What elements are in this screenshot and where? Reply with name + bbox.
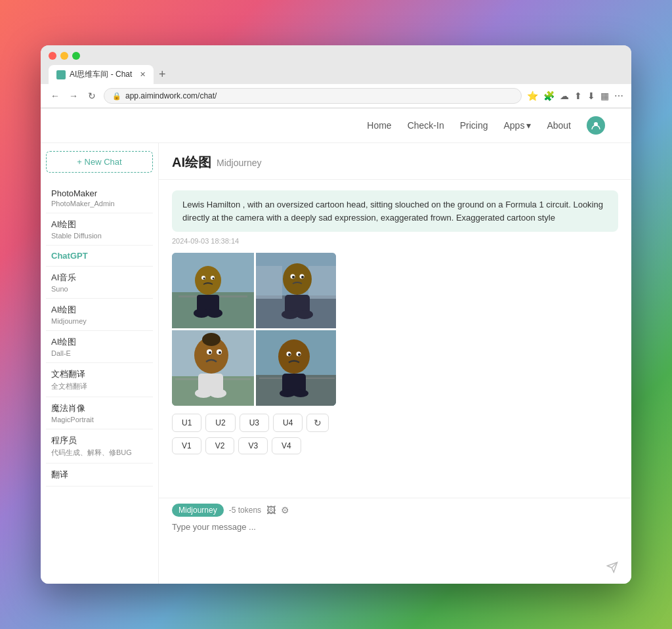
sidebar-item-title: AI绘图 — [51, 336, 148, 348]
sidebar-item-subtitle: Midjourney — [51, 317, 148, 325]
main-layout: + New Chat PhotoMaker PhotoMaker_Admin A… — [41, 143, 631, 584]
url-field[interactable]: 🔒 app.aimindwork.com/chat/ — [104, 88, 522, 104]
minimize-button[interactable] — [60, 52, 68, 60]
chat-area: AI绘图 Midjourney Lewis Hamilton , with an… — [159, 143, 631, 584]
sidebar-item-magic-portrait[interactable]: 魔法肖像 MagicPortrait — [46, 397, 153, 429]
menu-icon[interactable]: ⋯ — [614, 91, 623, 101]
sidebar-item-ai-painting-sd[interactable]: AI绘图 Stable Diffusion — [46, 213, 153, 246]
sidebar-item-translate[interactable]: 翻译 — [46, 464, 153, 487]
new-chat-button[interactable]: + New Chat — [46, 151, 153, 173]
message-input[interactable] — [172, 521, 618, 573]
browser-content: Home Check-In Pricing Apps ▾ About + New… — [41, 108, 631, 584]
sidebar-item-title: AI绘图 — [51, 219, 148, 230]
close-button[interactable] — [49, 52, 56, 60]
grid-icon[interactable]: ▦ — [600, 91, 609, 101]
browser-chrome: AI思维车间 - Chat ✕ + — [41, 45, 631, 84]
sidebar-item-title: ChatGPT — [51, 251, 148, 261]
sidebar-item-title: PhotoMaker — [51, 188, 148, 198]
sidebar-item-title: 程序员 — [51, 435, 148, 446]
v1-button[interactable]: V1 — [172, 437, 201, 454]
u2-button[interactable]: U2 — [205, 414, 235, 432]
generated-image-4[interactable] — [256, 330, 336, 406]
sidebar-item-title: 文档翻译 — [51, 368, 148, 380]
image-upload-icon[interactable]: 🖼 — [266, 505, 276, 515]
message-input-wrapper — [172, 521, 618, 576]
generated-image-grid — [172, 253, 336, 406]
active-tab[interactable]: AI思维车间 - Chat ✕ — [49, 65, 154, 84]
tab-bar: AI思维车间 - Chat ✕ + — [49, 65, 623, 84]
back-button[interactable]: ← — [49, 91, 62, 101]
token-count: -5 tokens — [229, 506, 261, 515]
sidebar-item-photomaker[interactable]: PhotoMaker PhotoMaker_Admin — [46, 183, 153, 213]
message-timestamp: 2024-09-03 18:38:14 — [172, 237, 618, 245]
u4-button[interactable]: U4 — [273, 414, 303, 432]
user-avatar[interactable] — [587, 116, 605, 135]
svg-point-20 — [301, 276, 304, 278]
svg-point-35 — [209, 389, 226, 398]
nav-about[interactable]: About — [547, 120, 571, 131]
forward-button[interactable]: → — [67, 91, 80, 101]
sidebar: + New Chat PhotoMaker PhotoMaker_Admin A… — [41, 143, 159, 584]
chat-input-area: Midjourney -5 tokens 🖼 ⚙ — [159, 498, 631, 584]
svg-point-43 — [298, 353, 301, 356]
refresh-button[interactable]: ↻ — [306, 414, 329, 432]
svg-rect-15 — [308, 266, 336, 299]
nav-checkin[interactable]: Check-In — [408, 120, 444, 131]
tab-close-icon[interactable]: ✕ — [140, 70, 146, 79]
sidebar-item-ai-music[interactable]: AI音乐 Suno — [46, 267, 153, 299]
sidebar-item-title: AI音乐 — [51, 272, 148, 284]
chat-title: AI绘图 Midjourney — [172, 154, 618, 171]
chat-header: AI绘图 Midjourney — [159, 143, 631, 180]
sidebar-item-subtitle: 代码生成、解释、修BUG — [51, 448, 148, 458]
refresh-button[interactable]: ↻ — [85, 91, 98, 101]
maximize-button[interactable] — [72, 52, 80, 60]
share-icon[interactable]: ⬆ — [574, 91, 582, 101]
svg-point-16 — [283, 263, 312, 295]
lock-icon: 🔒 — [112, 92, 121, 100]
sidebar-item-doc-translate[interactable]: 文档翻译 全文档翻译 — [46, 363, 153, 397]
v4-button[interactable]: V4 — [272, 437, 301, 454]
svg-point-46 — [293, 389, 308, 397]
tab-title: AI思维车间 - Chat — [70, 69, 132, 80]
tool-badge[interactable]: Midjourney — [172, 504, 224, 517]
sidebar-item-subtitle: Dall-E — [51, 349, 148, 357]
svg-point-42 — [288, 353, 291, 356]
generated-image-3[interactable] — [172, 330, 254, 406]
extension-icon[interactable]: 🧩 — [543, 91, 555, 101]
sidebar-item-ai-painting-mj[interactable]: AI绘图 Midjourney — [46, 299, 153, 331]
new-tab-button[interactable]: + — [156, 68, 169, 81]
generated-image-1[interactable] — [172, 253, 254, 328]
bookmark-icon[interactable]: ⭐ — [527, 91, 538, 101]
cloud-icon[interactable]: ☁ — [560, 91, 569, 101]
sidebar-item-title: AI绘图 — [51, 304, 148, 316]
nav-apps[interactable]: Apps ▾ — [503, 120, 531, 131]
browser-toolbar: ⭐ 🧩 ☁ ⬆ ⬇ ▦ ⋯ — [527, 91, 623, 101]
svg-point-32 — [219, 351, 221, 354]
variation-buttons: V1 V2 V3 V4 — [172, 437, 618, 454]
svg-point-4 — [195, 266, 221, 295]
svg-point-11 — [207, 309, 222, 318]
v2-button[interactable]: V2 — [205, 437, 235, 454]
nav-pricing[interactable]: Pricing — [460, 120, 488, 131]
download-icon[interactable]: ⬇ — [587, 91, 595, 101]
nav-home[interactable]: Home — [367, 120, 391, 131]
v3-button[interactable]: V3 — [238, 437, 268, 454]
settings-icon[interactable]: ⚙ — [281, 505, 289, 515]
generated-image-2[interactable] — [256, 253, 336, 328]
user-message: Lewis Hamilton , with an oversized carto… — [172, 190, 618, 232]
sidebar-item-subtitle: MagicPortrait — [51, 416, 148, 423]
sidebar-item-chatgpt[interactable]: ChatGPT — [46, 246, 153, 267]
svg-point-8 — [213, 278, 215, 280]
chat-subtitle: Midjourney — [217, 158, 261, 168]
svg-point-23 — [296, 310, 313, 319]
svg-point-39 — [278, 339, 310, 374]
sidebar-item-subtitle: PhotoMaker_Admin — [51, 200, 148, 207]
u3-button[interactable]: U3 — [240, 414, 269, 432]
u1-button[interactable]: U1 — [172, 414, 201, 432]
upscale-buttons: U1 U2 U3 U4 ↻ — [172, 414, 618, 432]
send-button[interactable] — [606, 561, 618, 576]
sidebar-item-ai-painting-dalle[interactable]: AI绘图 Dall-E — [46, 331, 153, 363]
address-bar: ← → ↻ 🔒 app.aimindwork.com/chat/ ⭐ 🧩 ☁ ⬆… — [41, 84, 631, 108]
sidebar-item-programmer[interactable]: 程序员 代码生成、解释、修BUG — [46, 429, 153, 464]
traffic-lights — [49, 52, 623, 60]
